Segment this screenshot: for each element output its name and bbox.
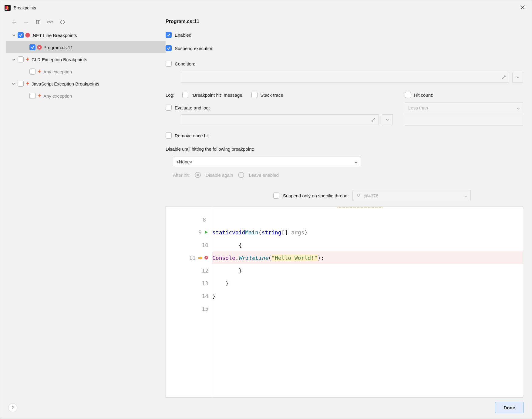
thread-icon <box>356 193 361 199</box>
leave-enabled-radio[interactable] <box>238 172 244 178</box>
chevron-down-icon[interactable] <box>11 81 16 86</box>
exception-icon <box>25 81 30 86</box>
detail-title: Program.cs:11 <box>166 19 523 28</box>
enabled-checkbox[interactable] <box>166 32 172 38</box>
svg-point-6 <box>25 33 30 37</box>
group-by-button[interactable] <box>35 19 42 25</box>
exception-icon <box>25 57 30 62</box>
remove-once-hit-checkbox[interactable] <box>166 132 172 139</box>
tree-toolbar <box>0 15 166 29</box>
run-icon[interactable] <box>204 229 208 236</box>
suspend-thread-checkbox[interactable] <box>273 193 279 199</box>
disable-again-radio[interactable] <box>195 172 201 178</box>
after-hit-label: After hit: <box>173 173 190 178</box>
disable-again-label: Disable again <box>206 173 233 178</box>
line-number: 9 <box>192 229 202 236</box>
svg-rect-2 <box>36 20 38 24</box>
hit-count-label: Hit count: <box>414 92 433 98</box>
hit-count-op-combo[interactable]: Less than <box>405 102 523 113</box>
tree-item[interactable]: Any exception <box>6 90 166 102</box>
rider-app-icon <box>5 5 11 11</box>
tree-group[interactable]: CLR Exception Breakpoints <box>6 53 166 65</box>
disable-until-combo[interactable]: <None> <box>173 156 361 167</box>
tree-item-label: Program.cs:11 <box>43 45 73 50</box>
tree-group-label: CLR Exception Breakpoints <box>32 57 87 62</box>
line-number: 8 <box>196 216 206 223</box>
done-button[interactable]: Done <box>495 402 524 413</box>
help-button[interactable]: ? <box>8 403 17 412</box>
line-number: 13 <box>199 280 208 287</box>
suspend-thread-label: Suspend only on specific thread: <box>283 193 349 198</box>
chevron-down-icon <box>517 105 520 110</box>
hit-count-value-field[interactable] <box>405 115 523 126</box>
leave-enabled-label: Leave enabled <box>249 173 279 178</box>
tree-item[interactable]: Program.cs:11 <box>6 41 166 53</box>
tree-group-label: JavaScript Exception Breakpoints <box>32 81 99 86</box>
expand-icon[interactable] <box>371 118 375 122</box>
item-checkbox[interactable] <box>29 44 35 50</box>
remove-once-hit-label: Remove once hit <box>175 133 209 138</box>
condition-field[interactable] <box>181 72 509 83</box>
dialog-footer: ? Done <box>0 398 532 419</box>
evaluate-log-field[interactable] <box>181 114 379 125</box>
hit-count-op-value: Less than <box>408 105 428 110</box>
remove-breakpoint-button[interactable] <box>23 19 29 25</box>
svg-rect-4 <box>48 21 50 23</box>
group-checkbox[interactable] <box>18 56 24 62</box>
item-checkbox[interactable] <box>29 69 35 75</box>
tree-group[interactable]: JavaScript Exception Breakpoints <box>6 78 166 90</box>
close-button[interactable] <box>518 3 527 12</box>
gutter: 8 9 10 11 12 13 14 15 <box>166 206 212 397</box>
tree-group-label: .NET Line Breakpoints <box>32 33 77 38</box>
line-number: 15 <box>199 306 208 312</box>
line-number: 11 <box>186 255 196 261</box>
exception-icon <box>37 69 42 74</box>
chevron-down-icon <box>464 193 467 198</box>
group-checkbox[interactable] <box>18 81 24 87</box>
tree-item-label: Any exception <box>43 69 72 74</box>
stack-trace-checkbox[interactable] <box>251 92 258 98</box>
exception-icon <box>37 93 42 99</box>
chevron-down-icon[interactable] <box>11 57 16 62</box>
code-preview[interactable]: 8 9 10 11 12 13 14 15 static void Main(s… <box>166 206 523 398</box>
suspend-checkbox[interactable] <box>166 45 172 51</box>
chevron-down-icon[interactable] <box>11 32 16 38</box>
line-number: 10 <box>199 242 208 248</box>
thread-value: @4376 <box>364 193 379 198</box>
thread-combo[interactable]: @4376 <box>352 190 471 201</box>
breakpoint-icon <box>25 32 30 38</box>
view-source-button[interactable] <box>59 19 66 25</box>
line-number: 14 <box>199 293 208 299</box>
titlebar: Breakpoints <box>0 0 532 15</box>
window-title: Breakpoints <box>14 5 515 10</box>
condition-history-button[interactable] <box>512 72 523 83</box>
log-hit-checkbox[interactable] <box>182 92 188 98</box>
expand-icon[interactable] <box>502 75 506 79</box>
breakpoints-dialog: Breakpoints .NET Line Breakpoints <box>0 0 532 419</box>
chevron-down-icon <box>355 159 358 164</box>
code-body[interactable]: static void Main(string[] args) { Consol… <box>212 206 523 397</box>
stack-trace-label: Stack trace <box>261 92 283 98</box>
condition-checkbox[interactable] <box>166 61 172 67</box>
disable-until-label: Disable until hitting the following brea… <box>166 146 254 152</box>
breakpoints-tree[interactable]: .NET Line Breakpoints Program.cs:11 CLR … <box>0 29 166 398</box>
tree-item[interactable]: Any exception <box>6 65 166 78</box>
disable-until-value: <None> <box>176 159 192 164</box>
tree-group[interactable]: .NET Line Breakpoints <box>6 29 166 41</box>
svg-rect-5 <box>51 21 53 23</box>
detail-pane: Program.cs:11 Enabled Suspend execution … <box>166 15 532 398</box>
execution-pointer-icon <box>198 255 203 261</box>
tree-item-label: Any exception <box>43 93 72 99</box>
breakpoint-hit-icon[interactable] <box>204 255 208 261</box>
link-button[interactable] <box>47 19 54 25</box>
add-breakpoint-button[interactable] <box>11 19 17 25</box>
evaluate-log-label: Evaluate and log: <box>175 105 210 110</box>
condition-label: Condition: <box>175 61 195 66</box>
enabled-label: Enabled <box>175 32 191 38</box>
item-checkbox[interactable] <box>29 93 35 99</box>
hit-count-checkbox[interactable] <box>405 92 411 98</box>
evaluate-log-history-button[interactable] <box>382 114 393 125</box>
svg-rect-1 <box>5 9 7 10</box>
evaluate-log-checkbox[interactable] <box>166 105 172 111</box>
group-checkbox[interactable] <box>18 32 24 38</box>
